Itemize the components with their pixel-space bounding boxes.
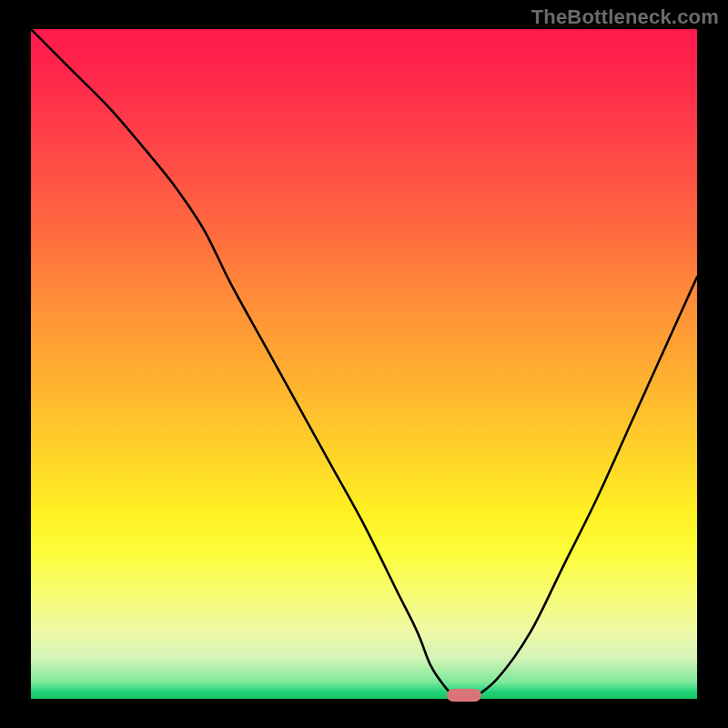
chart-plot-area xyxy=(31,29,697,699)
bottleneck-curve xyxy=(31,29,697,699)
optimal-marker xyxy=(447,689,481,702)
watermark-text: TheBottleneck.com xyxy=(531,5,719,29)
chart-frame: TheBottleneck.com xyxy=(0,0,728,728)
